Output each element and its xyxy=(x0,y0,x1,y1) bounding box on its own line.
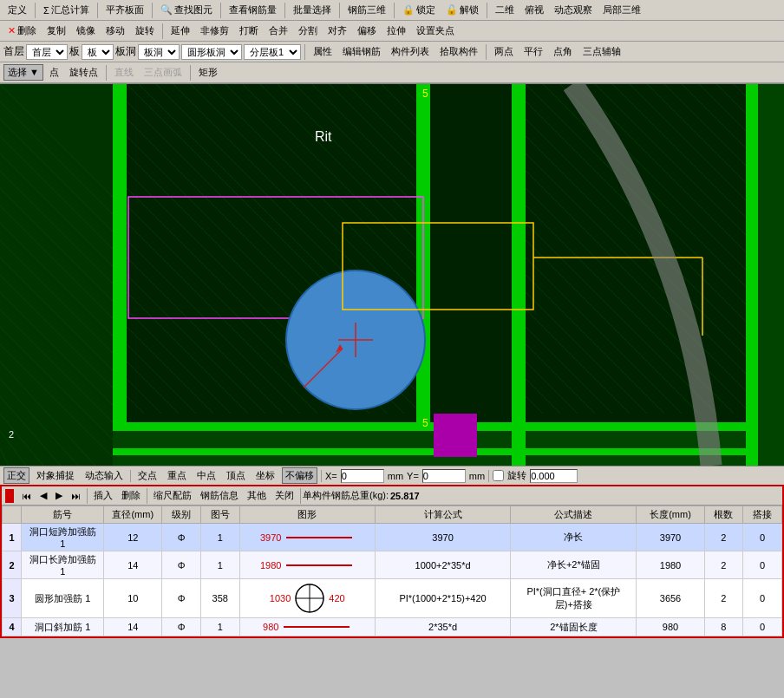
split-button[interactable]: 分割 xyxy=(294,23,322,39)
line-button[interactable]: 直线 xyxy=(110,64,138,81)
rotate-checkbox[interactable] xyxy=(493,470,504,481)
three-point-axis-button[interactable]: 三点辅轴 xyxy=(578,43,625,60)
three-arc-button[interactable]: 三点画弧 xyxy=(140,64,186,81)
merge-button[interactable]: 合并 xyxy=(265,23,292,39)
pick-component-button[interactable]: 拾取构件 xyxy=(435,43,482,60)
extend-button[interactable]: 延伸 xyxy=(167,23,194,39)
point-angle-button[interactable]: 点角 xyxy=(549,43,577,60)
vertex-button[interactable]: 顶点 xyxy=(223,467,249,484)
table-row[interactable]: 3 圆形加强筋 1 10 Φ 358 1030 420 xyxy=(3,579,782,618)
align-button[interactable]: 对齐 xyxy=(323,23,351,39)
properties-button[interactable]: 属性 xyxy=(309,43,336,60)
point-draw-button[interactable]: 点 xyxy=(45,64,63,81)
row-num-1: 1 xyxy=(3,524,22,551)
shape-select[interactable]: 圆形板洞 xyxy=(181,44,242,60)
floor-select[interactable]: 首层 xyxy=(26,44,68,60)
rebar-last-button[interactable]: ⏭ xyxy=(67,489,85,503)
batch-select-button[interactable]: 批量选择 xyxy=(289,2,336,18)
table-row[interactable]: 2 洞口长跨加强筋 1 14 Φ 1 1980 1000+2*35*d 净长+2… xyxy=(3,551,782,579)
rebar-panel: ⏮ ◀ ▶ ⏭ 插入 删除 缩尺配筋 钢筋信息 其他 关闭 单构件钢筋总重(kg… xyxy=(0,485,784,638)
unlock-button[interactable]: 🔓 解锁 xyxy=(441,2,483,18)
find-element-button[interactable]: 🔍 查找图元 xyxy=(156,2,217,18)
close-button[interactable]: 关闭 xyxy=(271,487,298,504)
lock-button[interactable]: 🔒 锁定 xyxy=(398,2,440,18)
row-formula-2: 1000+2*35*d xyxy=(375,551,510,579)
svg-rect-16 xyxy=(0,84,113,466)
rect-button[interactable]: 矩形 xyxy=(194,64,222,81)
delete-button[interactable]: ✕ 删除 xyxy=(3,23,41,39)
rebar-next-button[interactable]: ▶ xyxy=(51,488,67,503)
intersection-button[interactable]: 交点 xyxy=(134,467,160,484)
2d-button[interactable]: 二维 xyxy=(491,2,519,18)
sum-calc-button[interactable]: Σ 汇总计算 xyxy=(39,2,94,18)
rebar-first-button[interactable]: ⏮ xyxy=(17,489,36,503)
row-count-1: 2 xyxy=(704,524,743,551)
flatten-button[interactable]: 平齐板面 xyxy=(101,2,148,18)
orthogonal-button[interactable]: 正交 xyxy=(3,467,29,484)
table-row[interactable]: 1 洞口短跨加强筋 1 12 Φ 1 3970 3970 净长 3970 2 xyxy=(3,524,782,551)
rebar-insert-button[interactable]: 插入 xyxy=(89,487,117,504)
endpoint-button[interactable]: 重点 xyxy=(164,467,190,484)
sep-rp3 xyxy=(300,488,301,504)
row-num-2: 2 xyxy=(3,551,22,579)
local-3d-button[interactable]: 局部三维 xyxy=(598,2,645,18)
mirror-button[interactable]: 镜像 xyxy=(72,23,100,39)
y-unit: mm xyxy=(469,471,485,481)
no-offset-button[interactable]: 不偏移 xyxy=(282,467,317,484)
view-rebar-button[interactable]: 查看钢筋量 xyxy=(225,2,281,18)
row-formula-desc-3: PI*(洞口直径+ 2*(保护层)+搭接 xyxy=(511,579,637,618)
parallel-button[interactable]: 平行 xyxy=(519,43,547,60)
row-diameter-4: 14 xyxy=(104,618,162,636)
row-count-3: 2 xyxy=(704,579,743,618)
rotate-button[interactable]: 旋转 xyxy=(131,23,159,39)
other-button[interactable]: 其他 xyxy=(243,487,271,504)
copy-button[interactable]: 复制 xyxy=(42,23,70,39)
rebar-prev-button[interactable]: ◀ xyxy=(36,488,51,503)
object-snap-button[interactable]: 对象捕捉 xyxy=(33,467,78,484)
table-header-row: 筋号 直径(mm) 级别 图号 图形 计算公式 公式描述 长度(mm) 根数 搭… xyxy=(3,506,782,524)
svg-rect-8 xyxy=(113,422,746,431)
canvas-area[interactable]: 5 5 2 Rit xyxy=(0,84,784,466)
rebar-info-button[interactable]: 钢筋信息 xyxy=(196,487,243,504)
edit-rebar-button[interactable]: 编辑钢筋 xyxy=(338,43,385,60)
svg-rect-18 xyxy=(430,84,512,422)
rotate-point-button[interactable]: 旋转点 xyxy=(65,64,102,81)
x-coord-input[interactable] xyxy=(341,469,384,483)
select-button[interactable]: 选择 ▼ xyxy=(3,64,43,81)
set-grip-button[interactable]: 设置夹点 xyxy=(412,23,459,39)
row-formula-4: 2*35*d xyxy=(375,618,510,636)
no-trim-button[interactable]: 非修剪 xyxy=(196,23,233,39)
midpoint-button[interactable]: 中点 xyxy=(193,467,219,484)
row-formula-1: 3970 xyxy=(375,524,510,551)
sub-type-select[interactable]: 板洞 xyxy=(138,44,180,60)
two-point-button[interactable]: 两点 xyxy=(490,43,518,60)
sep-t3-2 xyxy=(486,44,487,60)
component-list-button[interactable]: 构件列表 xyxy=(387,43,434,60)
col-name: 筋号 xyxy=(22,506,104,524)
stretch-button[interactable]: 拉伸 xyxy=(382,23,410,39)
type-select[interactable]: 板 xyxy=(82,44,114,60)
dynamic-view-button[interactable]: 动态观察 xyxy=(550,2,597,18)
level-select[interactable]: 分层板1 xyxy=(244,44,301,60)
sep-rp2 xyxy=(147,488,147,504)
scale-config-button[interactable]: 缩尺配筋 xyxy=(149,487,196,504)
rebar-delete-button[interactable]: 删除 xyxy=(117,487,145,504)
rebar-3d-button[interactable]: 钢筋三维 xyxy=(343,2,390,18)
table-row[interactable]: 4 洞口斜加筋 1 14 Φ 1 980 2*35*d 2*锚固长度 980 8 xyxy=(3,618,782,636)
coordinate-button[interactable]: 坐标 xyxy=(252,467,278,484)
row-shape-4: 980 xyxy=(239,618,375,636)
dynamic-input-button[interactable]: 动态输入 xyxy=(82,467,127,484)
row-shape-num-4: 1 xyxy=(200,618,239,636)
x-unit: mm xyxy=(388,471,403,481)
rotate-input[interactable] xyxy=(530,469,578,483)
define-button[interactable]: 定义 xyxy=(3,2,31,18)
sep-3 xyxy=(152,3,153,18)
y-coord-input[interactable] xyxy=(422,469,466,483)
row-overlap-2: 0 xyxy=(743,551,782,579)
offset-button[interactable]: 偏移 xyxy=(353,23,381,39)
top-view-button[interactable]: 俯视 xyxy=(520,2,548,18)
row-length-2: 1980 xyxy=(637,551,704,579)
move-button[interactable]: 移动 xyxy=(101,23,129,39)
break-button[interactable]: 打断 xyxy=(235,23,263,39)
row-length-1: 3970 xyxy=(637,524,704,551)
